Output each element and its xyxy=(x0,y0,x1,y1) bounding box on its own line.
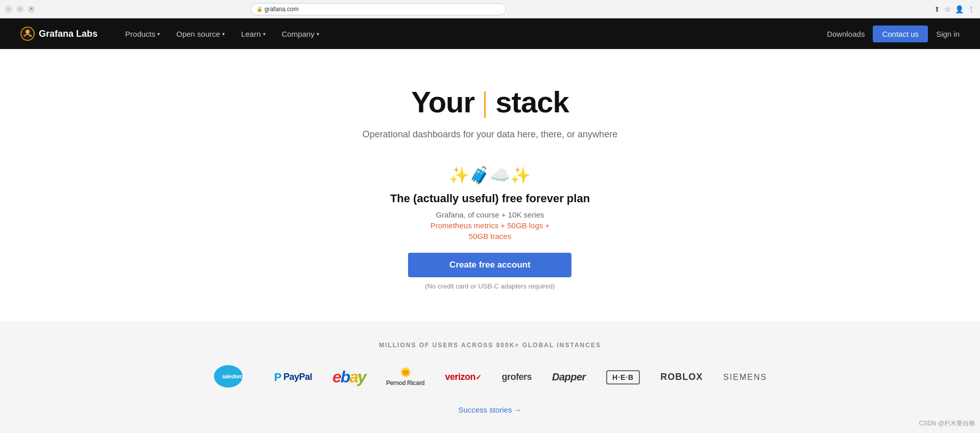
logo-siemens: SIEMENS xyxy=(723,373,767,382)
back-button[interactable]: ← xyxy=(5,6,12,13)
nav-products[interactable]: Products ▾ xyxy=(118,26,167,42)
logos-section: MILLIONS OF USERS ACROSS 800K+ GLOBAL IN… xyxy=(0,321,980,433)
hero-section: Your stack Operational dashboards for yo… xyxy=(0,49,980,321)
svg-point-3 xyxy=(30,35,32,37)
hero-title-part1: Your xyxy=(411,85,474,118)
logos-row: salesforce P PayPal ebay 🌞 Pernod Ricard… xyxy=(10,363,970,391)
logo-paypal: P PayPal xyxy=(274,371,312,384)
nav-learn-label: Learn xyxy=(241,30,260,38)
create-account-button[interactable]: Create free account xyxy=(408,253,571,277)
share-icon[interactable]: ⬆ xyxy=(934,5,940,13)
paypal-text: PayPal xyxy=(283,372,312,382)
logos-tagline: MILLIONS OF USERS ACROSS 800K+ GLOBAL IN… xyxy=(10,342,970,349)
roblox-text: ROBLOX xyxy=(660,372,703,382)
verizon-check: ✓ xyxy=(475,373,482,381)
hero-emoji: ✨🧳☁️✨ xyxy=(390,165,590,185)
lock-icon: 🔒 xyxy=(256,6,262,12)
ebay-b: b xyxy=(341,368,350,386)
ebay-y: y xyxy=(357,368,366,386)
address-bar[interactable]: 🔒 grafana.com xyxy=(251,3,506,15)
plan-desc-2-text: Prometheus metrics + 50GB logs + xyxy=(431,221,549,230)
main-nav: Grafana Labs Products ▾ Open source ▾ Le… xyxy=(0,18,980,49)
hero-card: ✨🧳☁️✨ The (actually useful) free forever… xyxy=(390,165,590,290)
reload-button[interactable]: ✕ xyxy=(28,6,35,13)
contact-label: Contact us xyxy=(882,30,919,38)
browser-actions: ⬆ ☆ 👤 ⋮ xyxy=(934,5,975,13)
success-stories-link[interactable]: Success stories → xyxy=(458,405,521,414)
verizon-text: verizon xyxy=(445,372,475,382)
hero-title-part2: stack xyxy=(495,85,568,118)
logo-link[interactable]: Grafana Labs xyxy=(20,27,98,41)
logo-ebay: ebay xyxy=(332,368,366,387)
nav-links: Products ▾ Open source ▾ Learn ▾ Company… xyxy=(118,26,827,42)
nav-products-label: Products xyxy=(125,30,155,38)
nav-opensource[interactable]: Open source ▾ xyxy=(169,26,232,42)
plan-title: The (actually useful) free forever plan xyxy=(390,192,590,205)
logo-text: Grafana Labs xyxy=(39,29,98,39)
url-text: grafana.com xyxy=(265,6,299,13)
pernod-text: Pernod Ricard xyxy=(386,379,425,388)
grofers-text: grofers xyxy=(501,372,532,382)
downloads-label: Downloads xyxy=(827,30,865,38)
nav-company[interactable]: Company ▾ xyxy=(275,26,326,42)
profile-icon[interactable]: 👤 xyxy=(955,5,964,13)
hero-title: Your stack xyxy=(10,85,970,119)
hero-disclaimer: (No credit card or USB-C adapters requir… xyxy=(390,282,590,290)
heb-text: H·E·B xyxy=(612,373,634,381)
cta-button-label: Create free account xyxy=(449,260,531,270)
chevron-down-icon: ▾ xyxy=(222,31,225,37)
paypal-p-icon: P xyxy=(274,371,281,384)
hero-subtitle: Operational dashboards for your data her… xyxy=(10,129,970,140)
chevron-down-icon: ▾ xyxy=(317,31,319,37)
logo-heb: H·E·B xyxy=(606,370,640,384)
logo-pernod-ricard: 🌞 Pernod Ricard xyxy=(386,367,425,388)
nav-right: Downloads Contact us Sign in xyxy=(827,26,960,42)
title-divider xyxy=(484,91,486,118)
contact-button[interactable]: Contact us xyxy=(873,26,928,42)
ebay-e: e xyxy=(332,368,341,386)
plan-desc-3-text: 50GB traces xyxy=(469,232,511,240)
success-stories-label: Success stories → xyxy=(458,405,521,414)
nav-learn[interactable]: Learn ▾ xyxy=(234,26,272,42)
logo-dapper: Dapper xyxy=(552,371,586,383)
plan-desc-3: 50GB traces xyxy=(390,232,590,240)
svg-text:salesforce: salesforce xyxy=(222,374,245,379)
plan-desc-1: Grafana, of course + 10K series xyxy=(390,210,590,219)
logo-verizon: verizon✓ xyxy=(445,372,481,382)
signin-link[interactable]: Sign in xyxy=(936,30,960,38)
svg-point-2 xyxy=(23,35,26,37)
logo-salesforce: salesforce xyxy=(213,363,254,391)
forward-button[interactable]: → xyxy=(16,6,23,13)
hero-cta: Create free account (No credit card or U… xyxy=(390,253,590,290)
ebay-a: a xyxy=(349,368,357,386)
bookmark-icon[interactable]: ☆ xyxy=(944,5,951,13)
chevron-down-icon: ▾ xyxy=(157,31,160,37)
nav-company-label: Company xyxy=(282,30,315,38)
signin-label: Sign in xyxy=(936,30,960,38)
grafana-logo-icon xyxy=(20,27,35,41)
svg-point-1 xyxy=(26,30,30,34)
chevron-down-icon: ▾ xyxy=(263,31,266,37)
pernod-sun-icon: 🌞 xyxy=(386,367,425,378)
logo-roblox: ROBLOX xyxy=(660,372,703,382)
downloads-link[interactable]: Downloads xyxy=(827,30,865,38)
dapper-text: Dapper xyxy=(552,371,586,382)
browser-chrome: ← → ✕ 🔒 grafana.com ⬆ ☆ 👤 ⋮ xyxy=(0,0,980,18)
plan-desc-2: Prometheus metrics + 50GB logs + xyxy=(390,221,590,230)
siemens-text: SIEMENS xyxy=(723,373,767,381)
menu-icon[interactable]: ⋮ xyxy=(968,5,975,13)
nav-opensource-label: Open source xyxy=(176,30,220,38)
logo-grofers: grofers xyxy=(501,372,532,382)
